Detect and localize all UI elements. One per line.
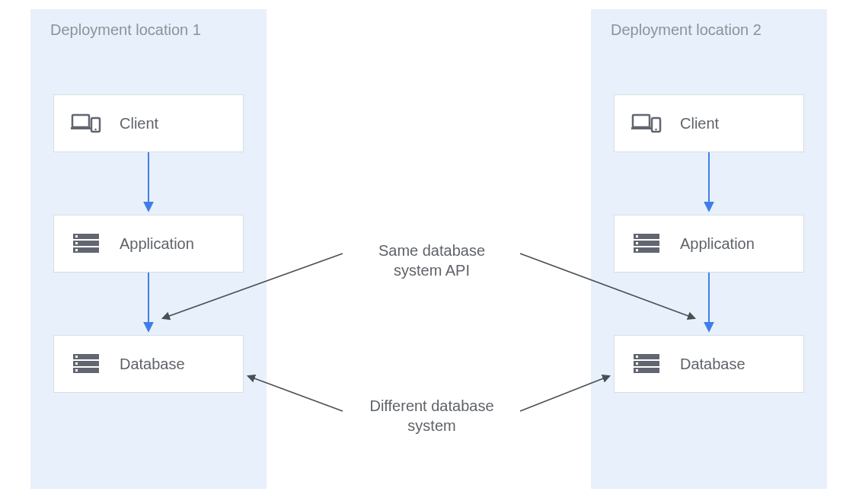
svg-rect-14 [75,362,78,365]
database-label: Database [680,356,745,373]
region-1-title: Deployment location 1 [50,21,201,39]
application-box-r1: Application [53,215,244,273]
svg-rect-1 [71,127,92,129]
application-box-r2: Application [614,215,804,273]
svg-rect-24 [636,242,638,244]
svg-rect-30 [636,362,638,365]
svg-rect-23 [636,235,638,238]
client-label: Client [680,115,719,132]
svg-rect-17 [631,127,653,129]
svg-rect-31 [636,369,638,372]
server-icon [631,232,662,255]
svg-point-19 [655,129,656,130]
application-label: Application [680,235,755,253]
client-box-r2: Client [614,94,804,152]
database-box-r2: Database [614,335,804,393]
svg-rect-25 [636,249,638,251]
server-icon [71,352,101,375]
region-2-title: Deployment location 2 [611,21,761,39]
database-label: Database [120,356,185,373]
devices-icon [631,112,662,135]
same-api-annotation: Same database system API [348,241,516,280]
svg-rect-16 [633,115,650,127]
server-icon [71,232,101,255]
svg-rect-29 [636,356,638,358]
different-system-annotation: Different database system [348,396,516,435]
svg-rect-0 [72,115,89,127]
server-icon [631,352,662,375]
application-label: Application [120,235,194,253]
devices-icon [71,112,101,135]
svg-rect-9 [75,249,78,251]
database-box-r1: Database [53,335,244,393]
svg-rect-8 [75,242,78,244]
svg-rect-13 [75,356,78,358]
client-box-r1: Client [53,94,244,152]
client-label: Client [120,115,158,132]
svg-point-3 [94,129,96,130]
svg-rect-7 [75,235,78,238]
svg-rect-15 [75,369,78,372]
